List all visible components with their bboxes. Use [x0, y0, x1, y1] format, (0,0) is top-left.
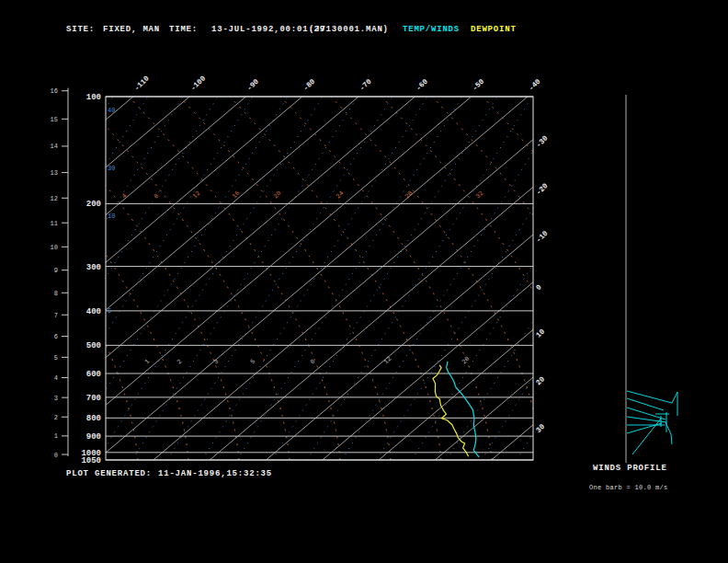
svg-text:8: 8	[54, 290, 58, 297]
svg-text:-100: -100	[188, 74, 207, 92]
svg-text:2: 2	[54, 414, 58, 421]
svg-text:32: 32	[474, 190, 485, 201]
svg-text:-80: -80	[301, 77, 317, 93]
svg-text:-110: -110	[132, 74, 151, 92]
svg-text:20: 20	[534, 374, 546, 386]
svg-text:20: 20	[461, 355, 472, 366]
svg-text:5: 5	[108, 307, 111, 315]
plot-generated-label: PLOT GENERATED:	[66, 469, 152, 478]
svg-text:20: 20	[272, 190, 283, 201]
svg-text:16: 16	[231, 190, 242, 201]
svg-text:5: 5	[54, 354, 58, 362]
svg-text:15: 15	[51, 116, 58, 123]
svg-text:10: 10	[534, 327, 546, 339]
svg-text:100: 100	[86, 93, 101, 102]
svg-text:1: 1	[54, 432, 58, 440]
svg-text:-60: -60	[414, 77, 429, 93]
svg-text:500: 500	[86, 341, 101, 350]
winds-profile-caption: One barb = 10.0 m/s	[589, 484, 668, 491]
svg-text:400: 400	[86, 307, 101, 316]
svg-text:5: 5	[249, 358, 257, 366]
svg-text:8: 8	[153, 192, 161, 201]
svg-text:24: 24	[335, 190, 346, 201]
svg-text:0: 0	[54, 452, 58, 459]
svg-text:16: 16	[51, 87, 58, 95]
svg-text:-40: -40	[527, 77, 542, 93]
svg-text:700: 700	[86, 394, 101, 403]
svg-text:-20: -20	[534, 181, 550, 197]
svg-text:-70: -70	[358, 77, 373, 93]
svg-text:11: 11	[51, 220, 58, 227]
svg-text:12: 12	[382, 355, 393, 366]
svg-text:30: 30	[108, 165, 115, 172]
svg-text:1: 1	[143, 358, 152, 366]
svg-text:10: 10	[108, 213, 115, 220]
svg-text:0: 0	[534, 282, 543, 292]
svg-text:9: 9	[54, 267, 58, 274]
skewt-plot-svg: 1002003004005006007008009001000105016151…	[0, 0, 728, 563]
svg-text:-90: -90	[245, 77, 261, 93]
svg-text:200: 200	[86, 200, 101, 209]
svg-text:8: 8	[309, 358, 317, 366]
winds-profile-title: WINDS PROFILE	[593, 464, 667, 473]
svg-text:800: 800	[86, 414, 101, 423]
svg-text:10: 10	[51, 244, 58, 251]
svg-text:900: 900	[86, 432, 101, 442]
svg-text:3: 3	[54, 395, 58, 402]
svg-text:4: 4	[120, 192, 129, 201]
svg-text:3: 3	[212, 358, 221, 366]
svg-text:300: 300	[86, 263, 101, 272]
plot-generated-value: 11-JAN-1996,15:32:35	[158, 469, 272, 478]
svg-text:1050: 1050	[81, 456, 101, 465]
svg-text:-50: -50	[471, 77, 486, 93]
svg-text:7: 7	[54, 312, 58, 319]
svg-text:4: 4	[54, 374, 58, 382]
svg-text:40: 40	[108, 107, 115, 114]
skewt-screen: SITE: FIXED, MAN TIME: 13-JUL-1992,00:01…	[0, 0, 728, 563]
svg-text:6: 6	[54, 333, 58, 340]
svg-text:30: 30	[534, 422, 546, 434]
svg-text:14: 14	[51, 143, 58, 150]
svg-text:-10: -10	[534, 229, 550, 245]
svg-text:12: 12	[51, 195, 58, 202]
svg-text:12: 12	[191, 190, 202, 201]
svg-text:28: 28	[404, 190, 415, 201]
svg-text:-30: -30	[534, 133, 550, 149]
svg-text:600: 600	[86, 370, 101, 379]
svg-text:2: 2	[176, 358, 184, 366]
svg-text:13: 13	[51, 169, 58, 177]
